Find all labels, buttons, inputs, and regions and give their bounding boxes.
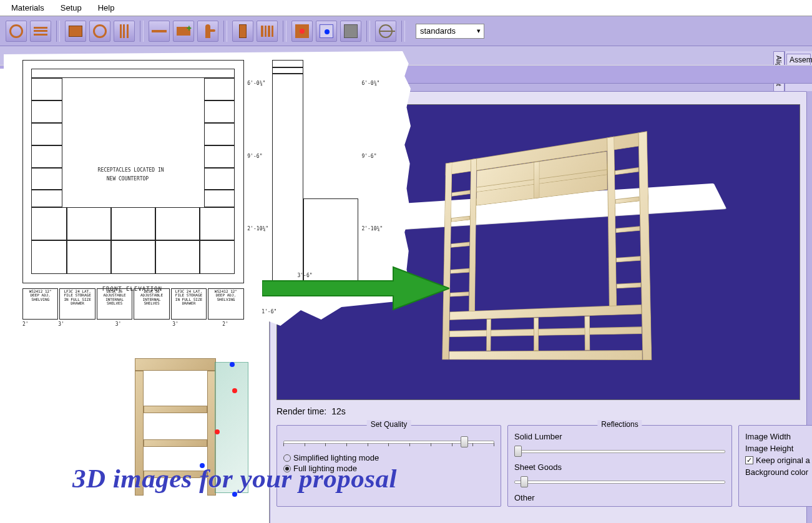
svg-marker-0 [262,267,449,310]
separator [223,21,227,42]
radio-simplified[interactable]: Simplified lighting mode [283,453,494,462]
marketing-headline: 3D images for your proposal [72,463,397,494]
group-image: Image Width Image Height ✓Keep original … [738,425,812,507]
select-red-icon [295,24,309,38]
checkbox-icon: ✓ [745,456,753,464]
select-blue-icon [320,24,333,38]
tool-panel[interactable] [65,21,86,42]
group-reflections: Reflections Solid Lumber Sheet Goods Oth… [507,425,732,507]
quality-slider[interactable] [283,434,494,448]
menu-help[interactable]: Help [92,1,121,14]
render-time: Render time:12s [276,406,346,416]
menu-setup[interactable]: Setup [54,1,88,14]
tool-sel-red[interactable] [291,21,313,42]
standards-select[interactable]: standards [416,24,484,39]
separator [401,21,405,42]
refl-title: Reflections [597,420,642,429]
tool-slim[interactable] [149,21,170,42]
handle-icon [205,24,210,38]
stripes-icon [260,26,274,37]
refl-sheet-slider[interactable] [514,474,725,488]
tape-icon [379,24,393,38]
separator [56,21,60,42]
vbars-icon [120,24,129,38]
tool-measure[interactable] [375,21,396,42]
tool-ring2[interactable] [89,21,110,42]
plus-icon [177,27,190,36]
tool-door[interactable] [232,21,253,42]
separator [140,21,144,42]
tool-stripes[interactable] [257,21,278,42]
handle-red-icon [232,388,237,393]
thin-icon [152,30,167,32]
refl-sheet-label: Sheet Goods [514,462,725,472]
separator [366,21,370,42]
side-elevation: SIDE ELEVATION [272,60,358,283]
handle-red-icon [215,429,220,434]
menu-materials[interactable]: Materials [5,1,51,14]
door-icon [239,24,247,38]
arrow-icon [262,263,449,313]
panel-icon [69,26,82,37]
tool-axis[interactable] [340,21,361,42]
refl-solid-slider[interactable] [514,444,725,457]
tool-handle[interactable] [197,21,218,42]
quality-title: Set Quality [367,420,411,429]
tool-sel-blue[interactable] [316,21,337,42]
image-width-row: Image Width [745,432,810,441]
bars-icon [34,27,47,36]
ring-icon [93,24,107,38]
refl-other-label: Other [514,493,725,502]
tool-bars[interactable] [30,21,51,42]
handle-blue-icon [230,362,235,367]
radio-icon [283,454,291,462]
schedule-strip: WS2412 12" DEEP ADJ. SHELVING LF3C 24 LA… [22,288,244,320]
bg-color-row: Background color [745,467,810,477]
menubar: Materials Setup Help [0,0,812,16]
axis-icon [344,24,358,38]
standards-label: standards [420,26,456,36]
separator [283,21,286,42]
main-toolbar: standards [0,16,812,46]
image-height-row: Image Height [745,444,810,453]
tool-ring[interactable] [6,21,27,42]
refl-solid-label: Solid Lumber [514,432,725,441]
ring-icon [9,24,23,38]
tool-grid[interactable] [114,21,135,42]
front-elevation: RECEPTACLES LOCATED IN NEW COUNTERTOP FR… [22,60,244,283]
render-model [442,131,652,360]
keep-aspect-check[interactable]: ✓Keep original a [745,456,810,465]
assembly-head: Assembly [786,54,811,66]
tool-add[interactable] [173,21,194,42]
